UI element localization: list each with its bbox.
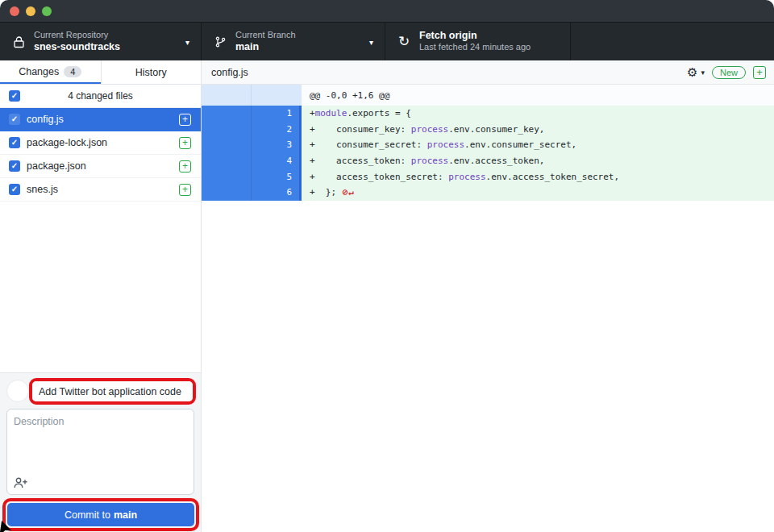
tab-changes-label: Changes [19,66,59,77]
commit-description-box [6,409,194,495]
gear-icon: ⚙ [687,66,697,78]
added-file-plus-icon[interactable]: + [179,137,191,149]
diff-added-line: 6+ }; ⊘↵ [202,185,774,201]
changed-files-header: 4 changed files [0,85,201,108]
diff-options-button[interactable]: ⚙ ▾ [687,66,705,78]
added-file-plus-icon[interactable]: + [179,114,191,126]
current-repository-dropdown[interactable]: Current Repository snes-soundtracks ▾ [0,23,202,60]
added-file-plus-icon[interactable]: + [179,160,191,172]
gutter-old-line-number [202,122,252,138]
current-repository-label: Current Repository [34,30,120,41]
file-checkbox[interactable] [9,114,20,125]
hunk-gutter-new [252,85,302,106]
last-fetched-text: Last fetched 24 minutes ago [419,42,531,53]
avatar [6,380,29,402]
changed-files-list: config.js+package-lock.json+package.json… [0,108,201,202]
hunk-header-row: @@ -0,0 +1,6 @@ [202,85,774,106]
close-window-button[interactable] [10,6,19,16]
commit-button-branch: main [114,509,137,521]
hunk-gutter-old [202,85,252,106]
gutter-new-line-number: 3 [252,137,302,153]
commit-summary-input[interactable] [32,381,193,401]
commit-button[interactable]: Commit to main [7,503,194,526]
diff-added-line: 3+ consumer_secret: process.env.consumer… [202,137,774,153]
sync-icon: ↻ [397,35,411,48]
gutter-old-line-number [202,185,252,201]
minimize-window-button[interactable] [26,6,35,16]
file-row-package.json[interactable]: package.json+ [0,155,201,178]
file-row-package-lock.json[interactable]: package-lock.json+ [0,131,201,155]
git-branch-icon [213,35,227,48]
code-line-text: + consumer_key: process.env.consumer_key… [302,122,774,138]
lock-icon [11,35,26,48]
diff-added-line: 2+ consumer_key: process.env.consumer_ke… [202,122,774,138]
code-line-text: + consumer_secret: process.env.consumer_… [302,137,774,153]
current-branch-value: main [235,41,296,54]
current-repository-value: snes-soundtracks [34,41,120,54]
diff-file-name: config.js [211,67,687,78]
diff-added-line: 5+ access_token_secret: process.env.acce… [202,168,774,185]
gutter-old-line-number [202,168,252,185]
code-line-text: +module.exports = { [302,106,774,122]
code-line-text: + }; ⊘↵ [302,185,774,201]
current-branch-label: Current Branch [235,30,296,41]
gutter-new-line-number: 1 [252,106,302,122]
summary-annotation-highlight [29,378,196,405]
toolbar: Current Repository snes-soundtracks ▾ Cu… [0,23,774,60]
chevron-down-icon: ▾ [369,37,373,46]
file-name: snes.js [27,184,179,195]
sidebar: Changes 4 History 4 changed files config… [0,60,202,532]
added-file-plus-icon[interactable]: + [179,184,191,196]
diff-added-line: 4+ access_token: process.env.access_toke… [202,153,774,169]
commit-button-annotation-highlight: Commit to main [2,498,199,531]
diff-header: config.js ⚙ ▾ New + [202,60,774,85]
current-branch-dropdown[interactable]: Current Branch main ▾ [202,23,385,60]
code-line-text: + access_token_secret: process.env.acces… [302,168,774,185]
fetch-origin-button[interactable]: ↻ Fetch origin Last fetched 24 minutes a… [385,23,571,60]
add-coauthor-icon[interactable] [14,477,28,488]
file-checkbox[interactable] [9,160,20,172]
commit-panel: Commit to main [0,372,201,532]
gutter-new-line-number: 2 [252,122,302,138]
gutter-new-line-number: 5 [252,168,302,185]
tab-history[interactable]: History [101,60,202,84]
fetch-origin-label: Fetch origin [419,30,531,43]
diff-lines: 1+module.exports = {2+ consumer_key: pro… [202,106,774,201]
diff-added-line: 1+module.exports = { [202,106,774,122]
file-row-snes.js[interactable]: snes.js+ [0,178,201,202]
file-name: config.js [27,114,179,125]
gutter-old-line-number [202,106,252,122]
tab-history-label: History [135,67,167,78]
sidebar-tabs: Changes 4 History [0,60,201,85]
code-line-text: + access_token: process.env.access_token… [302,153,774,169]
zoom-window-button[interactable] [42,6,52,16]
file-checkbox[interactable] [9,184,20,195]
changes-count-badge: 4 [64,66,81,77]
file-name: package-lock.json [27,137,179,148]
gutter-new-line-number: 6 [252,185,302,201]
chevron-down-icon: ▾ [185,37,189,46]
tab-changes[interactable]: Changes 4 [0,60,101,84]
github-desktop-window: Current Repository snes-soundtracks ▾ Cu… [0,0,774,532]
gutter-old-line-number [202,137,252,153]
file-name: package.json [27,160,179,172]
hunk-header-text: @@ -0,0 +1,6 @@ [302,85,774,106]
commit-button-prefix: Commit to [64,509,110,521]
chevron-down-icon: ▾ [701,69,705,77]
new-file-badge: New [712,66,746,79]
file-row-config.js[interactable]: config.js+ [0,108,201,131]
diff-pane: config.js ⚙ ▾ New + @@ -0,0 +1,6 @@ 1+mo… [202,60,774,532]
expand-diff-plus-icon[interactable]: + [753,66,766,79]
file-checkbox[interactable] [9,137,20,148]
title-bar [0,0,774,23]
commit-description-input[interactable] [7,409,194,474]
gutter-new-line-number: 4 [252,153,302,169]
changed-files-count: 4 changed files [0,90,201,102]
gutter-old-line-number [202,153,252,169]
